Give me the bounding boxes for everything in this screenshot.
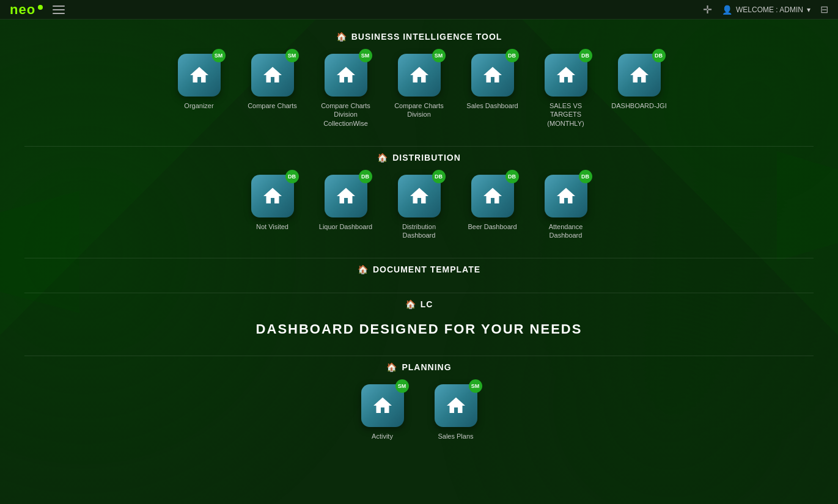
badge-activity: SM [395, 379, 409, 393]
badge-distribution: DB [432, 170, 446, 183]
hamburger-menu[interactable] [50, 3, 67, 16]
label-svt: SALES VS TARGETS (MONTHLY) [535, 101, 597, 128]
app-distribution-dashboard[interactable]: DB Distribution Dashboard [389, 175, 450, 240]
section-bi-tool: 🏠 BUSINESS INTELLIGENCE TOOL SM Organize… [0, 32, 838, 128]
plus-icon[interactable]: ✛ [703, 3, 712, 16]
navbar-left: neo [10, 2, 67, 18]
app-icon-wrapper: SM [178, 54, 221, 97]
app-dashboard-jgi[interactable]: DB DASHBOARD-JGI [609, 54, 670, 128]
section-lc: 🏠 LC DASHBOARD DESIGNED FOR YOUR NEEDS [0, 299, 838, 337]
app-icon-wrapper: SM [361, 384, 404, 427]
separator-3 [24, 293, 814, 293]
app-icon-wrapper: SM [325, 54, 367, 97]
badge-not-visited: DB [285, 170, 299, 183]
app-icon-wrapper: DB [251, 175, 294, 217]
home-icon-dist: 🏠 [377, 153, 388, 163]
separator-4 [24, 356, 814, 356]
app-icon-wrapper: DB [545, 54, 587, 97]
section-title-planning: PLANNING [402, 362, 451, 372]
section-header-lc: 🏠 LC [0, 299, 838, 309]
badge-ccdivision: SM [359, 49, 372, 62]
navbar: neo ✛ 👤 WELCOME : ADMIN ▾ ⊟ [0, 0, 838, 20]
icon-grid-planning: SM Activity SM Sales Plans [0, 384, 838, 440]
section-title-dist: DISTRIBUTION [392, 153, 461, 163]
app-icon-wrapper: DB [325, 175, 367, 217]
app-icon-wrapper: SM [251, 54, 294, 97]
badge-sales: DB [505, 49, 519, 62]
section-header-bi: 🏠 BUSINESS INTELLIGENCE TOOL [0, 32, 838, 42]
logo-dot [38, 5, 43, 10]
app-icon-wrapper: DB [545, 175, 587, 217]
main-content: 🏠 BUSINESS INTELLIGENCE TOOL SM Organize… [0, 20, 838, 472]
label-ccdiv: Compare Charts Division [389, 101, 450, 119]
navbar-right: ✛ 👤 WELCOME : ADMIN ▾ ⊟ [703, 3, 828, 16]
badge-svt: DB [579, 49, 592, 62]
label-sales-plans: Sales Plans [438, 432, 473, 440]
welcome-text: WELCOME : ADMIN [736, 5, 803, 14]
label-distribution: Distribution Dashboard [389, 222, 450, 240]
separator-1 [24, 146, 814, 147]
home-icon-planning: 🏠 [386, 362, 397, 372]
exit-icon[interactable]: ⊟ [820, 4, 828, 15]
home-icon-lc: 🏠 [405, 299, 416, 309]
dashboard-tagline: DASHBOARD DESIGNED FOR YOUR NEEDS [0, 321, 838, 337]
home-icon-doc: 🏠 [358, 265, 368, 274]
app-sales-dashboard[interactable]: DB Sales Dashboard [462, 54, 523, 128]
app-organizer[interactable]: SM Organizer [169, 54, 230, 128]
badge-jgi: DB [652, 49, 666, 62]
badge-compare-charts: SM [285, 49, 299, 62]
app-liquor-dashboard[interactable]: DB Liquor Dashboard [315, 175, 377, 240]
section-header-doc: 🏠 DOCUMENT TEMPLATE [0, 265, 838, 274]
dropdown-arrow: ▾ [807, 5, 810, 14]
separator-2 [24, 258, 814, 258]
user-menu[interactable]: 👤 WELCOME : ADMIN ▾ [722, 5, 810, 15]
app-icon-wrapper: DB [471, 54, 514, 97]
label-beer: Beer Dashboard [468, 222, 516, 231]
section-title-lc: LC [421, 299, 433, 309]
app-icon-wrapper: DB [618, 54, 661, 97]
icon-grid-bi: SM Organizer SM Compare Charts [0, 54, 838, 128]
badge-organizer: SM [212, 49, 226, 62]
app-icon-wrapper: SM [398, 54, 441, 97]
app-sales-vs-targets[interactable]: DB SALES VS TARGETS (MONTHLY) [535, 54, 597, 128]
section-document-template: 🏠 DOCUMENT TEMPLATE [0, 265, 838, 274]
app-icon-wrapper: DB [471, 175, 514, 217]
badge-liquor: DB [359, 170, 372, 183]
app-compare-charts[interactable]: SM Compare Charts [242, 54, 303, 128]
label-activity: Activity [372, 432, 393, 440]
label-compare-charts: Compare Charts [248, 101, 297, 110]
badge-attendance: DB [579, 170, 592, 183]
section-distribution: 🏠 DISTRIBUTION DB Not Visited DB [0, 153, 838, 240]
label-ccdivision: Compare Charts Division CollectionWise [315, 101, 377, 128]
label-organizer: Organizer [184, 101, 213, 110]
section-title-doc: DOCUMENT TEMPLATE [373, 265, 480, 274]
label-sales: Sales Dashboard [466, 101, 518, 110]
app-not-visited[interactable]: DB Not Visited [242, 175, 303, 240]
badge-sales-plans: SM [469, 379, 482, 393]
section-planning: 🏠 PLANNING SM Activity SM [0, 362, 838, 440]
app-icon-wrapper: SM [435, 384, 477, 427]
label-liquor: Liquor Dashboard [319, 222, 372, 231]
label-attendance: Attendance Dashboard [535, 222, 597, 240]
label-jgi: DASHBOARD-JGI [611, 101, 666, 110]
app-sales-plans[interactable]: SM Sales Plans [425, 384, 487, 440]
badge-ccdiv: SM [432, 49, 446, 62]
label-not-visited: Not Visited [256, 222, 289, 231]
app-icon-wrapper: DB [398, 175, 441, 217]
logo: neo [10, 2, 43, 18]
section-header-dist: 🏠 DISTRIBUTION [0, 153, 838, 163]
app-compare-charts-division-collection[interactable]: SM Compare Charts Division CollectionWis… [315, 54, 377, 128]
user-icon: 👤 [722, 5, 732, 15]
app-attendance-dashboard[interactable]: DB Attendance Dashboard [535, 175, 597, 240]
app-beer-dashboard[interactable]: DB Beer Dashboard [462, 175, 523, 240]
home-icon-bi: 🏠 [336, 32, 347, 42]
section-title-bi: BUSINESS INTELLIGENCE TOOL [351, 32, 502, 42]
section-header-planning: 🏠 PLANNING [0, 362, 838, 372]
logo-text: neo [10, 2, 35, 18]
app-compare-charts-division[interactable]: SM Compare Charts Division [389, 54, 450, 128]
icon-grid-dist: DB Not Visited DB Liquor Dashboard [0, 175, 838, 240]
app-activity[interactable]: SM Activity [352, 384, 413, 440]
badge-beer: DB [505, 170, 519, 183]
